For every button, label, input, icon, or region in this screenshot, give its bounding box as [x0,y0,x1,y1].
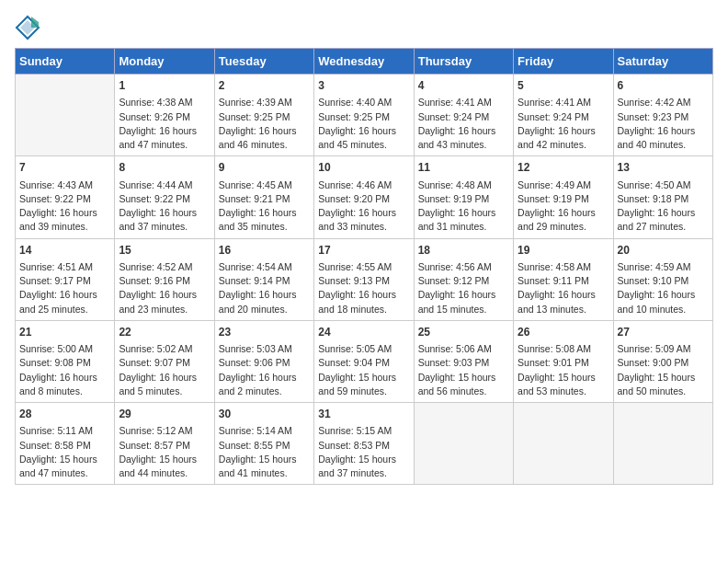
day-number: 16 [219,243,310,259]
calendar-header: SundayMondayTuesdayWednesdayThursdayFrid… [16,49,713,75]
day-number: 18 [418,243,509,259]
calendar-week-5: 28Sunrise: 5:11 AM Sunset: 8:58 PM Dayli… [16,403,713,485]
day-info: Sunrise: 4:44 AM Sunset: 9:22 PM Dayligh… [119,178,210,235]
calendar-cell: 14Sunrise: 4:51 AM Sunset: 9:17 PM Dayli… [16,238,115,320]
day-info: Sunrise: 5:02 AM Sunset: 9:07 PM Dayligh… [119,342,210,398]
day-info: Sunrise: 4:49 AM Sunset: 9:19 PM Dayligh… [518,178,609,235]
calendar-cell: 23Sunrise: 5:03 AM Sunset: 9:06 PM Dayli… [214,320,313,402]
header-day-thursday: Thursday [414,49,513,75]
day-info: Sunrise: 4:48 AM Sunset: 9:19 PM Dayligh… [418,178,509,235]
header-day-sunday: Sunday [16,49,115,75]
day-info: Sunrise: 5:11 AM Sunset: 8:58 PM Dayligh… [19,424,110,480]
day-number: 22 [119,325,210,340]
day-number: 5 [518,78,609,94]
day-info: Sunrise: 4:38 AM Sunset: 9:26 PM Dayligh… [119,96,210,152]
header-day-tuesday: Tuesday [214,49,313,75]
svg-marker-2 [31,17,39,28]
calendar-cell: 19Sunrise: 4:58 AM Sunset: 9:11 PM Dayli… [514,238,613,320]
day-info: Sunrise: 5:14 AM Sunset: 8:55 PM Dayligh… [219,424,310,480]
calendar-cell [613,403,712,485]
calendar-cell: 27Sunrise: 5:09 AM Sunset: 9:00 PM Dayli… [613,320,712,402]
calendar-cell: 9Sunrise: 4:45 AM Sunset: 9:21 PM Daylig… [214,156,313,238]
page-header [15,15,713,40]
calendar-cell: 1Sunrise: 4:38 AM Sunset: 9:26 PM Daylig… [115,75,214,156]
header-day-wednesday: Wednesday [314,49,414,75]
day-info: Sunrise: 5:06 AM Sunset: 9:03 PM Dayligh… [418,342,509,398]
calendar-week-2: 7Sunrise: 4:43 AM Sunset: 9:22 PM Daylig… [16,156,713,238]
calendar-cell: 6Sunrise: 4:42 AM Sunset: 9:23 PM Daylig… [613,75,712,156]
calendar-cell: 30Sunrise: 5:14 AM Sunset: 8:55 PM Dayli… [214,403,313,485]
day-info: Sunrise: 4:41 AM Sunset: 9:24 PM Dayligh… [518,96,609,152]
day-info: Sunrise: 5:08 AM Sunset: 9:01 PM Dayligh… [518,342,609,398]
day-info: Sunrise: 4:58 AM Sunset: 9:11 PM Dayligh… [518,260,609,316]
day-info: Sunrise: 4:41 AM Sunset: 9:24 PM Dayligh… [418,96,509,152]
day-number: 31 [318,407,409,422]
day-info: Sunrise: 4:50 AM Sunset: 9:18 PM Dayligh… [618,178,709,235]
calendar-cell [16,75,115,156]
day-number: 12 [518,160,609,176]
day-info: Sunrise: 4:45 AM Sunset: 9:21 PM Dayligh… [219,178,310,235]
day-info: Sunrise: 5:03 AM Sunset: 9:06 PM Dayligh… [219,342,310,398]
day-number: 9 [219,160,310,176]
logo-icon [15,15,40,40]
day-number: 24 [318,325,409,340]
calendar-table: SundayMondayTuesdayWednesdayThursdayFrid… [15,48,713,485]
day-number: 20 [618,243,709,259]
day-number: 1 [119,78,210,94]
calendar-cell: 2Sunrise: 4:39 AM Sunset: 9:25 PM Daylig… [214,75,313,156]
day-number: 15 [119,243,210,259]
day-number: 19 [518,243,609,259]
day-number: 10 [318,160,409,176]
day-number: 11 [418,160,509,176]
day-number: 2 [219,78,310,94]
calendar-week-4: 21Sunrise: 5:00 AM Sunset: 9:08 PM Dayli… [16,320,713,402]
day-info: Sunrise: 5:09 AM Sunset: 9:00 PM Dayligh… [618,342,709,398]
day-number: 14 [19,243,110,259]
day-number: 23 [219,325,310,340]
calendar-cell [414,403,513,485]
calendar-cell: 4Sunrise: 4:41 AM Sunset: 9:24 PM Daylig… [414,75,513,156]
day-number: 25 [418,325,509,340]
day-info: Sunrise: 5:05 AM Sunset: 9:04 PM Dayligh… [318,342,409,398]
calendar-cell: 22Sunrise: 5:02 AM Sunset: 9:07 PM Dayli… [115,320,214,402]
calendar-cell: 5Sunrise: 4:41 AM Sunset: 9:24 PM Daylig… [514,75,613,156]
calendar-cell: 11Sunrise: 4:48 AM Sunset: 9:19 PM Dayli… [414,156,513,238]
day-info: Sunrise: 4:52 AM Sunset: 9:16 PM Dayligh… [119,260,210,316]
day-number: 27 [618,325,709,340]
day-number: 28 [19,407,110,422]
calendar-cell: 7Sunrise: 4:43 AM Sunset: 9:22 PM Daylig… [16,156,115,238]
day-info: Sunrise: 5:15 AM Sunset: 8:53 PM Dayligh… [318,424,409,480]
calendar-cell: 29Sunrise: 5:12 AM Sunset: 8:57 PM Dayli… [115,403,214,485]
day-number: 8 [119,160,210,176]
day-info: Sunrise: 4:42 AM Sunset: 9:23 PM Dayligh… [618,96,709,152]
day-info: Sunrise: 4:46 AM Sunset: 9:20 PM Dayligh… [318,178,409,235]
calendar-cell: 24Sunrise: 5:05 AM Sunset: 9:04 PM Dayli… [314,320,414,402]
calendar-cell: 18Sunrise: 4:56 AM Sunset: 9:12 PM Dayli… [414,238,513,320]
calendar-cell: 31Sunrise: 5:15 AM Sunset: 8:53 PM Dayli… [314,403,414,485]
calendar-cell: 25Sunrise: 5:06 AM Sunset: 9:03 PM Dayli… [414,320,513,402]
logo [15,15,44,40]
header-day-monday: Monday [115,49,214,75]
header-day-saturday: Saturday [613,49,712,75]
day-info: Sunrise: 4:40 AM Sunset: 9:25 PM Dayligh… [318,96,409,152]
day-number: 7 [19,160,110,176]
calendar-cell: 21Sunrise: 5:00 AM Sunset: 9:08 PM Dayli… [16,320,115,402]
day-number: 30 [219,407,310,422]
calendar-cell: 8Sunrise: 4:44 AM Sunset: 9:22 PM Daylig… [115,156,214,238]
day-number: 21 [19,325,110,340]
day-info: Sunrise: 4:55 AM Sunset: 9:13 PM Dayligh… [318,260,409,316]
day-info: Sunrise: 4:39 AM Sunset: 9:25 PM Dayligh… [219,96,310,152]
day-number: 6 [618,78,709,94]
calendar-week-1: 1Sunrise: 4:38 AM Sunset: 9:26 PM Daylig… [16,75,713,156]
calendar-cell: 17Sunrise: 4:55 AM Sunset: 9:13 PM Dayli… [314,238,414,320]
calendar-cell: 20Sunrise: 4:59 AM Sunset: 9:10 PM Dayli… [613,238,712,320]
calendar-body: 1Sunrise: 4:38 AM Sunset: 9:26 PM Daylig… [16,75,713,485]
day-number: 17 [318,243,409,259]
day-number: 4 [418,78,509,94]
calendar-cell: 12Sunrise: 4:49 AM Sunset: 9:19 PM Dayli… [514,156,613,238]
day-info: Sunrise: 4:54 AM Sunset: 9:14 PM Dayligh… [219,260,310,316]
day-info: Sunrise: 5:00 AM Sunset: 9:08 PM Dayligh… [19,342,110,398]
calendar-cell: 10Sunrise: 4:46 AM Sunset: 9:20 PM Dayli… [314,156,414,238]
day-info: Sunrise: 4:59 AM Sunset: 9:10 PM Dayligh… [618,260,709,316]
calendar-cell: 16Sunrise: 4:54 AM Sunset: 9:14 PM Dayli… [214,238,313,320]
